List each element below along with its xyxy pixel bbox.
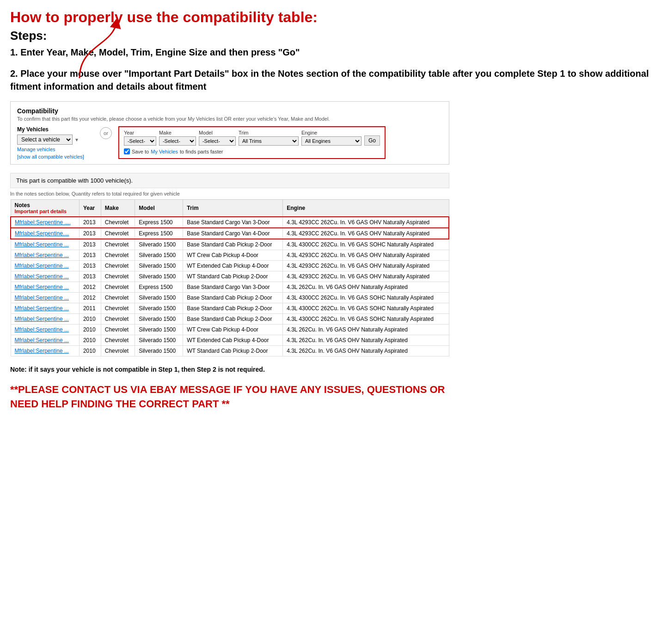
cell-make: Chevrolet	[101, 261, 135, 271]
engine-field: Engine All Engines	[301, 130, 362, 146]
cell-engine: 4.3L 4293CC 262Cu. In. V6 GAS OHV Natura…	[283, 250, 449, 261]
col-trim: Trim	[183, 200, 283, 217]
cell-make: Chevrolet	[101, 314, 135, 325]
cell-year: 2011	[79, 303, 101, 314]
cell-year: 2010	[79, 346, 101, 356]
trim-label: Trim	[239, 130, 299, 135]
cell-model: Express 1500	[135, 228, 183, 239]
cell-year: 2010	[79, 314, 101, 325]
year-label: Year	[124, 130, 156, 135]
cell-model: Silverado 1500	[135, 325, 183, 335]
cell-year: 2012	[79, 282, 101, 293]
main-title: How to properly use the compatibility ta…	[10, 8, 658, 26]
year-select[interactable]: -Select-	[124, 136, 156, 146]
make-field: Make -Select-	[159, 130, 196, 146]
manage-vehicles-link[interactable]: Manage vehicles	[17, 147, 84, 152]
compatible-count-bar: This part is compatible with 1000 vehicl…	[10, 173, 449, 188]
table-row: Mfrlabel:Serpentine ...2013ChevroletSilv…	[11, 271, 449, 282]
cell-engine: 4.3L 4293CC 262Cu. In. V6 GAS OHV Natura…	[283, 271, 449, 282]
cell-model: Silverado 1500	[135, 314, 183, 325]
col-year: Year	[79, 200, 101, 217]
save-row: Save to My Vehicles to finds parts faste…	[124, 148, 380, 154]
steps-title: Steps:	[10, 29, 658, 43]
table-row: Mfrlabel:Serpentine ...2010ChevroletSilv…	[11, 314, 449, 325]
cell-year: 2010	[79, 335, 101, 346]
mfr-label-link[interactable]: Mfrlabel:Serpentine ....	[15, 219, 71, 226]
go-button[interactable]: Go	[364, 135, 380, 146]
cell-engine: 4.3L 4300CC 262Cu. In. V6 GAS SOHC Natur…	[283, 303, 449, 314]
trim-field: Trim All Trims	[239, 130, 299, 146]
cell-make: Chevrolet	[101, 239, 135, 250]
mfr-label-link[interactable]: Mfrlabel:Serpentine ...	[15, 273, 69, 280]
save-checkbox[interactable]	[124, 148, 130, 154]
cell-make: Chevrolet	[101, 271, 135, 282]
col-notes: Notes Important part details	[11, 200, 79, 217]
table-row: Mfrlabel:Serpentine ...2010ChevroletSilv…	[11, 335, 449, 346]
table-row: Mfrlabel:Serpentine ...2012ChevroletSilv…	[11, 293, 449, 303]
trim-select[interactable]: All Trims	[239, 136, 299, 146]
col-model: Model	[135, 200, 183, 217]
step1-text: 1. Enter Year, Make, Model, Trim, Engine…	[10, 46, 658, 59]
cell-engine: 4.3L 4293CC 262Cu. In. V6 GAS OHV Natura…	[283, 228, 449, 239]
cell-make: Chevrolet	[101, 217, 135, 228]
mfr-label-link[interactable]: Mfrlabel:Serpentine ...	[15, 294, 69, 301]
cell-trim: WT Crew Cab Pickup 4-Door	[183, 325, 283, 335]
cell-notes: Mfrlabel:Serpentine ...	[11, 346, 79, 356]
compatibility-subtext: To confirm that this part fits your vehi…	[17, 116, 442, 122]
table-row: Mfrlabel:Serpentine ...2010ChevroletSilv…	[11, 325, 449, 335]
mfr-label-link[interactable]: Mfrlabel:Serpentine ...	[15, 316, 69, 322]
cell-notes: Mfrlabel:Serpentine ...	[11, 303, 79, 314]
cell-notes: Mfrlabel:Serpentine ...	[11, 335, 79, 346]
mfr-label-link[interactable]: Mfrlabel:Serpentine ...	[15, 284, 69, 290]
mfr-label-link[interactable]: Mfrlabel:Serpentine ...	[15, 305, 69, 312]
cell-year: 2013	[79, 261, 101, 271]
cell-trim: WT Extended Cab Pickup 4-Door	[183, 335, 283, 346]
cell-make: Chevrolet	[101, 335, 135, 346]
cell-make: Chevrolet	[101, 250, 135, 261]
show-compatible-link[interactable]: [show all compatible vehicles]	[17, 154, 84, 159]
cell-notes: Mfrlabel:Serpentine....	[11, 228, 79, 239]
cell-trim: Base Standard Cab Pickup 2-Door	[183, 303, 283, 314]
cell-model: Express 1500	[135, 217, 183, 228]
my-vehicles-label: My Vehicles	[17, 126, 84, 133]
save-text: Save to	[132, 149, 149, 154]
cell-make: Chevrolet	[101, 282, 135, 293]
col-engine: Engine	[283, 200, 449, 217]
compatibility-box: Compatibility To confirm that this part …	[10, 101, 449, 165]
my-vehicles-save-link[interactable]: My Vehicles	[151, 149, 178, 154]
cell-model: Silverado 1500	[135, 271, 183, 282]
quantity-note: In the notes section below, Quantity ref…	[10, 191, 449, 196]
cell-trim: WT Standard Cab Pickup 2-Door	[183, 271, 283, 282]
table-row: Mfrlabel:Serpentine ...2013ChevroletSilv…	[11, 261, 449, 271]
save-suffix: to finds parts faster	[180, 149, 223, 154]
model-select[interactable]: -Select-	[199, 136, 236, 146]
make-label: Make	[159, 130, 196, 135]
cell-trim: WT Standard Cab Pickup 2-Door	[183, 346, 283, 356]
cell-year: 2012	[79, 293, 101, 303]
cell-year: 2013	[79, 217, 101, 228]
cell-trim: WT Crew Cab Pickup 4-Door	[183, 250, 283, 261]
table-row: Mfrlabel:Serpentine ...2010ChevroletSilv…	[11, 346, 449, 356]
mfr-label-link[interactable]: Mfrlabel:Serpentine....	[15, 230, 69, 237]
make-select[interactable]: -Select-	[159, 136, 196, 146]
engine-label: Engine	[301, 130, 362, 135]
cell-trim: Base Standard Cab Pickup 2-Door	[183, 293, 283, 303]
cell-notes: Mfrlabel:Serpentine ...	[11, 239, 79, 250]
note-text: Note: if it says your vehicle is not com…	[10, 365, 449, 374]
ebay-message: **PLEASE CONTACT US VIA EBAY MESSAGE IF …	[10, 383, 449, 411]
compatibility-header: Compatibility	[17, 107, 442, 115]
cell-notes: Mfrlabel:Serpentine ...	[11, 314, 79, 325]
engine-select[interactable]: All Engines	[301, 136, 362, 146]
mfr-label-link[interactable]: Mfrlabel:Serpentine ...	[15, 337, 69, 343]
or-circle: or	[100, 127, 112, 139]
mfr-label-link[interactable]: Mfrlabel:Serpentine ...	[15, 241, 69, 248]
year-field: Year -Select-	[124, 130, 156, 146]
mfr-label-link[interactable]: Mfrlabel:Serpentine ...	[15, 348, 69, 354]
vehicle-select[interactable]: Select a vehicle	[17, 135, 73, 145]
table-row: Mfrlabel:Serpentine ...2013ChevroletSilv…	[11, 239, 449, 250]
cell-trim: Base Standard Cab Pickup 2-Door	[183, 314, 283, 325]
mfr-label-link[interactable]: Mfrlabel:Serpentine ...	[15, 326, 69, 333]
mfr-label-link[interactable]: Mfrlabel:Serpentine ...	[15, 263, 69, 269]
cell-engine: 4.3L 262Cu. In. V6 GAS OHV Naturally Asp…	[283, 282, 449, 293]
mfr-label-link[interactable]: Mfrlabel:Serpentine ...	[15, 252, 69, 258]
